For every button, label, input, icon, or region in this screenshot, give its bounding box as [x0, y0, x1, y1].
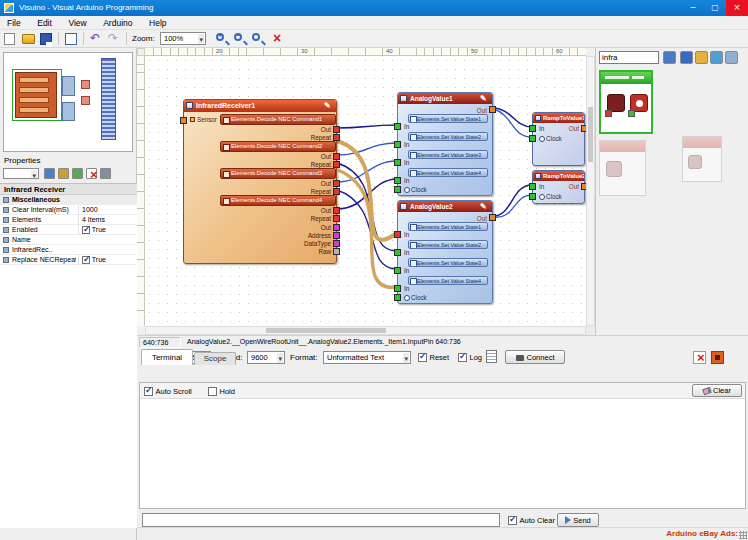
category-view-icon[interactable]: [725, 51, 738, 64]
wire[interactable]: [337, 161, 397, 182]
in-pin[interactable]: [394, 249, 401, 256]
resize-grip[interactable]: [739, 531, 747, 539]
component-search-input[interactable]: [599, 51, 659, 64]
save-icon[interactable]: [38, 31, 54, 47]
element-set-value-4[interactable]: Elements.Set Value State4: [408, 276, 488, 285]
component-card-selected[interactable]: [599, 70, 653, 134]
element-set-value-2[interactable]: Elements.Set Value State2: [408, 240, 488, 249]
clear-button[interactable]: Clear: [692, 384, 742, 397]
block-ramp-to-value-1[interactable]: RampToValue1 In Out Clock: [532, 112, 585, 166]
clock-pin[interactable]: [529, 135, 536, 142]
grid-view-icon[interactable]: [65, 33, 77, 45]
property-row-clear-interval[interactable]: Clear Interval(mS) 1000: [0, 205, 137, 215]
datatype-pin[interactable]: [333, 240, 340, 247]
block-analog-value-2[interactable]: AnalogValue2 Out Elements.Set Value Stat…: [397, 200, 493, 304]
settings-icon[interactable]: [100, 168, 111, 179]
menu-edit[interactable]: Edit: [30, 16, 59, 30]
in-pin[interactable]: [394, 177, 401, 184]
block-header[interactable]: RampToValue1: [533, 113, 584, 123]
in-pin[interactable]: [394, 141, 401, 148]
categorized-icon[interactable]: [44, 168, 55, 179]
property-row-category[interactable]: Miscellaneous: [0, 195, 137, 205]
format-select[interactable]: Unformatted Text: [323, 351, 411, 364]
replace-nec-checkbox[interactable]: [82, 256, 90, 264]
reset-checkbox[interactable]: [418, 353, 427, 362]
wire[interactable]: [337, 143, 397, 155]
wire[interactable]: [493, 185, 532, 216]
menu-help[interactable]: Help: [142, 16, 173, 30]
block-infrared-receiver[interactable]: InfraredReceiver1 Sensor Elements.Decode…: [183, 99, 337, 264]
element-decode-nec-3[interactable]: Elements.Decode NEC Command3: [220, 168, 336, 179]
out-pin[interactable]: [489, 106, 496, 113]
expand-all-icon[interactable]: [72, 168, 83, 179]
design-minimap[interactable]: [3, 52, 133, 152]
out-pin[interactable]: [333, 224, 340, 231]
wire[interactable]: [337, 190, 397, 269]
repeat-pin[interactable]: [333, 134, 340, 141]
clear-filter-icon[interactable]: [86, 168, 97, 179]
wire[interactable]: [337, 125, 397, 128]
out-pin[interactable]: [333, 153, 340, 160]
element-set-value-1[interactable]: Elements.Set Value State1: [408, 114, 488, 123]
close-button[interactable]: [726, 0, 748, 16]
auto-scroll-checkbox[interactable]: [144, 387, 153, 396]
scrollbar-thumb[interactable]: [588, 107, 593, 162]
log-file-icon[interactable]: [486, 350, 497, 363]
design-canvas[interactable]: InfraredReceiver1 Sensor Elements.Decode…: [145, 56, 586, 326]
block-analog-value-1[interactable]: AnalogValue1 Out Elements.Set Value Stat…: [397, 92, 493, 196]
wire-bundle[interactable]: [338, 170, 397, 287]
repeat-pin[interactable]: [333, 215, 340, 222]
user-filter-icon[interactable]: [680, 51, 693, 64]
alphabetical-icon[interactable]: [58, 168, 69, 179]
sensor-pin[interactable]: [180, 117, 187, 124]
element-decode-nec-2[interactable]: Elements.Decode NEC Command2: [220, 141, 336, 152]
out-pin[interactable]: [333, 180, 340, 187]
in-pin[interactable]: [529, 183, 536, 190]
auto-clear-checkbox[interactable]: [508, 516, 517, 525]
terminal-output[interactable]: [140, 399, 745, 508]
horizontal-scrollbar[interactable]: [145, 326, 586, 335]
component-card-disabled[interactable]: [599, 140, 646, 196]
hold-checkbox[interactable]: [208, 387, 217, 396]
block-ramp-to-value-2[interactable]: RampToValue2 In Out Clock: [532, 170, 585, 204]
wire[interactable]: [337, 179, 397, 209]
connect-button[interactable]: Connect: [505, 350, 565, 364]
in-pin-highlighted[interactable]: [394, 231, 401, 238]
tab-terminal[interactable]: Terminal: [141, 349, 193, 365]
wire[interactable]: [493, 108, 532, 127]
clock-pin[interactable]: [394, 186, 401, 193]
repeat-pin[interactable]: [333, 161, 340, 168]
wire[interactable]: [493, 195, 532, 217]
undo-icon[interactable]: [88, 31, 104, 47]
block-header[interactable]: AnalogValue2: [398, 201, 492, 212]
send-button[interactable]: Send: [557, 513, 599, 527]
zoom-out-icon[interactable]: [232, 31, 248, 47]
speed-select[interactable]: 9600: [247, 351, 285, 364]
edit-icon[interactable]: [480, 201, 490, 211]
menu-file[interactable]: File: [0, 16, 28, 30]
menu-view[interactable]: View: [61, 16, 93, 30]
element-decode-nec-4[interactable]: Elements.Decode NEC Command4: [220, 195, 336, 206]
open-folder-icon[interactable]: [20, 31, 36, 47]
repeat-pin[interactable]: [333, 188, 340, 195]
zoom-select[interactable]: 100%: [160, 32, 206, 45]
maximize-button[interactable]: [704, 0, 726, 16]
in-pin[interactable]: [529, 125, 536, 132]
component-card-disabled[interactable]: [682, 136, 722, 182]
block-header[interactable]: InfraredReceiver1: [184, 100, 336, 112]
list-view-icon[interactable]: [710, 51, 723, 64]
element-set-value-3[interactable]: Elements.Set Value State3: [408, 258, 488, 267]
zoom-fit-icon[interactable]: [250, 31, 266, 47]
search-icon[interactable]: [663, 51, 676, 64]
zoom-in-icon[interactable]: [214, 31, 230, 47]
edit-icon[interactable]: [324, 100, 334, 110]
out-pin[interactable]: [333, 207, 340, 214]
property-row-elements[interactable]: Elements 4 Items: [0, 215, 137, 225]
delete-icon[interactable]: [270, 31, 286, 47]
minimize-button[interactable]: [682, 0, 704, 16]
scrollbar-thumb[interactable]: [266, 328, 386, 333]
in-pin[interactable]: [394, 123, 401, 130]
element-set-value-2[interactable]: Elements.Set Value State2: [408, 132, 488, 141]
in-pin[interactable]: [394, 285, 401, 292]
wire-bundle[interactable]: [337, 141, 397, 240]
